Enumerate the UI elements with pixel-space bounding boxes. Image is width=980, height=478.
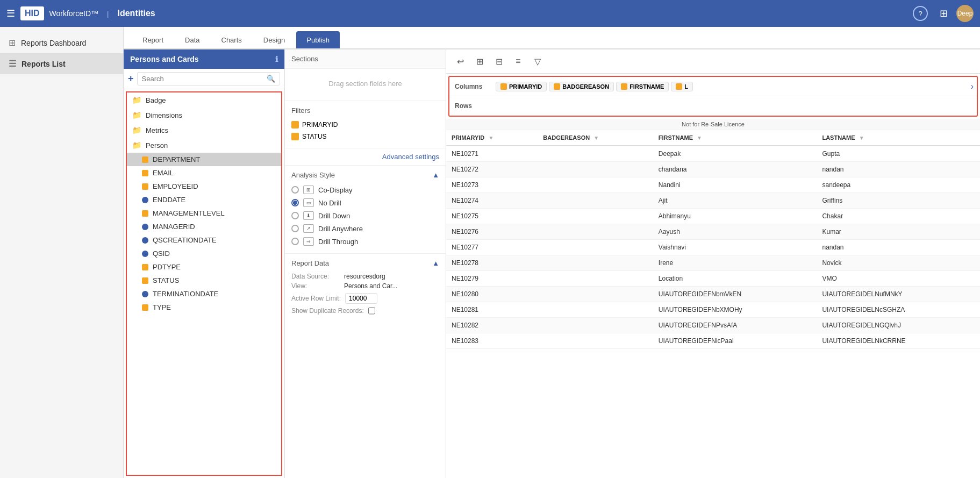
radio-codisplay[interactable] <box>291 186 299 194</box>
cell-primaryid: NE10283 <box>446 333 538 349</box>
column-chip-badgereason[interactable]: BADGEREASON <box>549 82 614 91</box>
table-row[interactable]: NE10276 Aayush Kumar <box>446 224 980 240</box>
table-row[interactable]: NE10275 Abhimanyu Chakar <box>446 209 980 224</box>
field-pdtype[interactable]: PDTYPE <box>127 260 281 274</box>
table-row[interactable]: NE10271 Deepak Gupta <box>446 146 980 162</box>
analysis-option-drillanywhere[interactable]: ↗ Drill Anywhere <box>291 222 439 235</box>
field-email[interactable]: EMAIL <box>127 166 281 180</box>
column-chip-more[interactable]: L <box>671 82 693 91</box>
tab-publish[interactable]: Publish <box>296 31 340 48</box>
table-row[interactable]: NE10278 Irene Novick <box>446 255 980 271</box>
radio-drillthrough[interactable] <box>291 238 299 245</box>
cell-badgereason <box>538 162 653 177</box>
columns-button[interactable]: ⊟ <box>491 54 506 69</box>
col-header-lastname[interactable]: LASTNAME ▼ <box>817 130 980 146</box>
table-row[interactable]: NE10272 chandana nandan <box>446 162 980 177</box>
table-row[interactable]: NE10277 Vaishnavi nandan <box>446 240 980 255</box>
left-panel: Persons and Cards ℹ + 🔍 📁 Badge <box>124 49 285 478</box>
filter-section: Filters PRIMARYID STATUS <box>285 101 446 148</box>
table-row[interactable]: NE10282 UIAUTOREGIDEFNPvsAfA UIAUTOREGID… <box>446 318 980 333</box>
drillthrough-label: Drill Through <box>318 238 358 246</box>
report-data-collapse-icon[interactable]: ▲ <box>432 259 439 267</box>
col-header-firstname[interactable]: FIRSTNAME ▼ <box>653 130 817 146</box>
radio-nodrill[interactable] <box>291 199 299 206</box>
field-qscreationdate[interactable]: QSCREATIONDATE <box>127 233 281 247</box>
cell-badgereason <box>538 224 653 240</box>
sidebar-item-reports-list[interactable]: ☰ Reports List <box>0 53 123 74</box>
field-type[interactable]: TYPE <box>127 301 281 314</box>
cell-primaryid: NE10273 <box>446 177 538 193</box>
radio-drilldown[interactable] <box>291 212 299 219</box>
field-department[interactable]: DEPARTMENT <box>127 153 281 166</box>
analysis-option-nodrill[interactable]: ▭ No Drill <box>291 196 439 209</box>
analysis-collapse-icon[interactable]: ▲ <box>432 171 439 179</box>
hamburger-icon[interactable]: ☰ <box>6 8 15 19</box>
panel-toolbar: + 🔍 <box>124 69 284 89</box>
field-status[interactable]: STATUS <box>127 274 281 287</box>
drillanywhere-label: Drill Anywhere <box>318 225 363 233</box>
drag-area[interactable]: Drag section fields here <box>285 69 446 101</box>
table-row[interactable]: NE10281 UIAUTOREGIDEFNbXMOHy UIAUTOREGID… <box>446 302 980 318</box>
yellow-field-icon <box>142 156 148 163</box>
field-list: 📁 Badge 📁 Dimensions 📁 Metrics 📁 Person <box>126 91 282 476</box>
field-qsid[interactable]: QSID <box>127 247 281 260</box>
table-row[interactable]: NE10273 Nandini sandeepa <box>446 177 980 193</box>
list-view-button[interactable]: ≡ <box>511 54 526 69</box>
add-field-button[interactable]: + <box>128 73 134 84</box>
col-header-badgereason[interactable]: BADGEREASON ▼ <box>538 130 653 146</box>
tab-report[interactable]: Report <box>132 31 174 48</box>
group-label-person: Person <box>146 141 168 149</box>
columns-more-icon[interactable]: › <box>968 82 977 91</box>
table-row[interactable]: NE10274 Ajit Griffins <box>446 193 980 209</box>
advanced-settings-link[interactable]: Advanced settings <box>285 148 446 166</box>
group-metrics[interactable]: 📁 Metrics <box>127 123 281 138</box>
panel-info-icon[interactable]: ℹ <box>275 55 278 63</box>
field-managerid[interactable]: MANAGERID <box>127 220 281 233</box>
table-row[interactable]: NE10283 UIAUTOREGIDEFNicPaal UIAUTOREGID… <box>446 333 980 349</box>
show-duplicate-checkbox[interactable] <box>368 307 375 315</box>
filter-chip-primaryid[interactable]: PRIMARYID <box>291 119 439 131</box>
tab-charts[interactable]: Charts <box>211 31 252 48</box>
field-terminationdate[interactable]: TERMINATIONDATE <box>127 287 281 301</box>
tab-design[interactable]: Design <box>253 31 295 48</box>
field-enddate[interactable]: ENDDATE <box>127 193 281 206</box>
cell-badgereason <box>538 318 653 333</box>
analysis-option-drilldown[interactable]: ⬇ Drill Down <box>291 209 439 222</box>
analysis-option-codisplay[interactable]: ⊞ Co-Display <box>291 183 439 196</box>
data-table-container[interactable]: Not for Re-Sale Licence PRIMARYID ▼ BADG… <box>446 119 980 478</box>
table-row[interactable]: NE10279 Location VMO <box>446 271 980 287</box>
hid-logo: HID <box>20 6 44 20</box>
analysis-option-drillthrough[interactable]: ⇒ Drill Through <box>291 235 439 248</box>
cell-primaryid: NE10278 <box>446 255 538 271</box>
undo-button[interactable]: ↩ <box>453 54 468 69</box>
field-label-email: EMAIL <box>153 169 174 177</box>
cell-firstname: Abhimanyu <box>653 209 817 224</box>
cell-firstname: UIAUTOREGIDEFNbmVkEN <box>653 287 817 302</box>
table-view-button[interactable]: ⊞ <box>472 54 487 69</box>
group-badge[interactable]: 📁 Badge <box>127 92 281 108</box>
rows-chips[interactable] <box>492 104 977 108</box>
active-row-limit-input[interactable] <box>345 293 377 304</box>
avatar[interactable]: Deep <box>956 5 974 22</box>
search-icon: 🔍 <box>267 75 275 83</box>
column-chip-firstname[interactable]: FIRSTNAME <box>616 82 669 91</box>
col-header-primaryid[interactable]: PRIMARYID ▼ <box>446 130 538 146</box>
group-dimensions[interactable]: 📁 Dimensions <box>127 108 281 123</box>
field-managementlevel[interactable]: MANAGEMENTLEVEL <box>127 206 281 220</box>
nav-divider: | <box>107 10 109 18</box>
license-notice: Not for Re-Sale Licence <box>446 119 980 130</box>
search-input[interactable] <box>142 75 267 83</box>
filter-chip-status[interactable]: STATUS <box>291 131 439 142</box>
help-icon[interactable]: ? <box>913 6 928 21</box>
table-row[interactable]: NE10280 UIAUTOREGIDEFNbmVkEN UIAUTOREGID… <box>446 287 980 302</box>
table-body: NE10271 Deepak Gupta NE10272 chandana na… <box>446 146 980 349</box>
field-employeeid[interactable]: EMPLOYEEID <box>127 180 281 193</box>
filter-button[interactable]: ▽ <box>530 54 545 69</box>
radio-drillanywhere[interactable] <box>291 225 299 232</box>
tab-data[interactable]: Data <box>175 31 210 48</box>
group-person[interactable]: 📁 Person <box>127 138 281 153</box>
module-title: Identities <box>118 9 155 18</box>
grid-icon[interactable]: ⊞ <box>940 8 948 19</box>
sidebar-item-reports-dashboard[interactable]: ⊞ Reports Dashboard <box>0 32 123 53</box>
column-chip-primaryid[interactable]: PRIMARYID <box>496 82 547 91</box>
